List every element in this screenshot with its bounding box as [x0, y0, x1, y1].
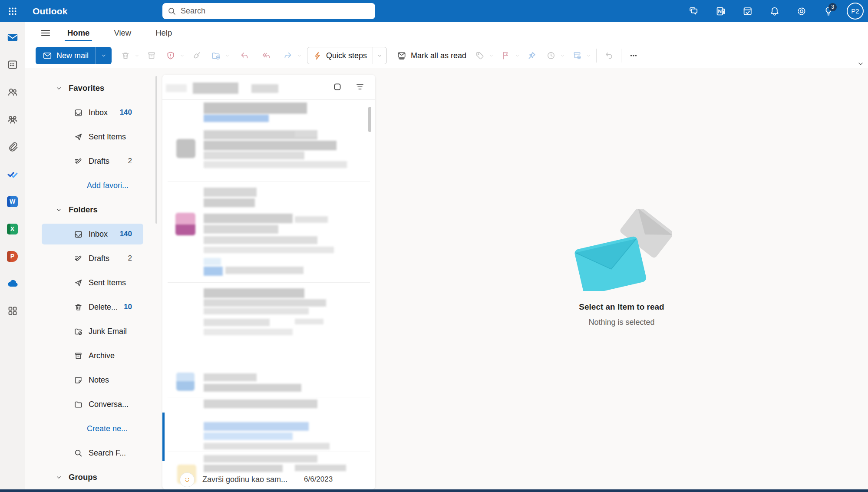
inbox-icon	[74, 108, 83, 117]
folders-search-folders[interactable]: Search F...	[42, 442, 143, 463]
tab-home[interactable]: Home	[66, 24, 90, 42]
rail-onedrive-button[interactable]	[4, 275, 21, 292]
todo-check-icon	[7, 168, 19, 180]
archive-icon	[147, 51, 156, 60]
message-list-pane: Završi godinu kao sam... 6/6/2023	[162, 75, 375, 489]
notifications-button[interactable]	[766, 3, 783, 20]
chevron-down-icon	[56, 207, 62, 213]
onenote-feed-button[interactable]	[712, 3, 729, 20]
folders-inbox[interactable]: Inbox 140	[42, 224, 143, 244]
mail-icon	[7, 31, 19, 43]
folders-sent-items[interactable]: Sent Items	[42, 272, 143, 293]
add-favorite-link[interactable]: Add favori...	[25, 173, 162, 198]
more-options-button[interactable]	[626, 48, 641, 63]
forward-button[interactable]	[280, 48, 296, 63]
favorites-sent-items[interactable]: Sent Items	[42, 126, 143, 147]
folders-drafts[interactable]: Drafts 2	[42, 248, 143, 269]
item-count: 2	[128, 157, 132, 165]
categorize-button[interactable]	[472, 48, 488, 63]
create-new-folder-link[interactable]: Create ne...	[25, 416, 162, 441]
report-button[interactable]	[163, 48, 178, 63]
folders-notes[interactable]: Notes	[42, 370, 143, 390]
rail-mail-button[interactable]	[4, 29, 21, 46]
select-messages-button[interactable]	[331, 80, 344, 93]
folders-junk-email[interactable]: Junk Email	[42, 321, 143, 342]
delete-button[interactable]	[118, 48, 133, 63]
reply-button[interactable]	[237, 48, 252, 63]
quick-steps-dropdown[interactable]	[373, 47, 386, 64]
rail-files-button[interactable]	[4, 139, 21, 155]
snooze-button[interactable]	[543, 48, 559, 63]
rail-calendar-button[interactable]	[4, 56, 21, 73]
move-to-dropdown-icon[interactable]	[224, 48, 231, 63]
more-apps-grid-icon	[7, 305, 18, 317]
favorites-drafts[interactable]: Drafts 2	[42, 151, 143, 172]
settings-button[interactable]	[793, 3, 810, 20]
section-groups[interactable]: Groups	[25, 465, 162, 489]
forward-dropdown-icon[interactable]	[296, 48, 303, 63]
people-icon	[7, 86, 18, 98]
tab-help[interactable]: Help	[155, 24, 173, 42]
reading-pane: Select an item to read Nothing is select…	[375, 68, 868, 489]
todo-day-button[interactable]	[739, 3, 756, 20]
categorize-dropdown-icon[interactable]	[488, 48, 495, 63]
search-icon	[74, 449, 83, 458]
rail-groups-button[interactable]	[4, 111, 21, 128]
quick-steps-button[interactable]: Quick steps	[307, 47, 387, 64]
tab-view[interactable]: View	[113, 24, 132, 42]
chat-button[interactable]	[685, 3, 703, 20]
rules-dropdown-icon[interactable]	[585, 48, 592, 63]
pin-button[interactable]	[524, 48, 540, 63]
account-avatar[interactable]: P2	[847, 3, 864, 20]
undo-button[interactable]	[601, 48, 617, 63]
collapse-ribbon-button[interactable]	[857, 60, 864, 67]
snooze-dropdown-icon[interactable]	[559, 48, 566, 63]
folders-deleted-items[interactable]: Delete... 10	[42, 297, 143, 317]
rail-todo-button[interactable]	[4, 166, 21, 182]
empty-state-envelopes-illustration	[572, 209, 672, 291]
flag-dropdown-icon[interactable]	[514, 48, 521, 63]
folders-conversation-history[interactable]: Conversa...	[42, 394, 143, 415]
ribbon-toolbar: New mail Quick steps Mark all as read	[25, 43, 868, 68]
filter-button[interactable]	[353, 80, 366, 93]
reply-all-button[interactable]	[258, 48, 274, 63]
search-placeholder: Search	[181, 7, 205, 16]
app-launcher-button[interactable]	[0, 0, 25, 22]
new-mail-dropdown[interactable]	[96, 47, 112, 64]
calendar-check-icon	[743, 6, 753, 17]
rules-button[interactable]	[569, 48, 585, 63]
clock-icon	[546, 51, 556, 60]
rail-people-button[interactable]	[4, 84, 21, 100]
new-mail-button[interactable]: New mail	[36, 47, 112, 64]
note-icon	[74, 376, 83, 385]
tips-button[interactable]: 3	[820, 3, 837, 20]
favorites-inbox[interactable]: Inbox 140	[42, 102, 143, 123]
search-input[interactable]: Search	[162, 3, 375, 19]
powerpoint-icon: P	[7, 251, 18, 262]
send-icon	[74, 132, 83, 142]
flag-button[interactable]	[498, 48, 514, 63]
rail-word-button[interactable]: W	[4, 193, 21, 210]
folder-pane-scrollbar[interactable]	[155, 76, 157, 224]
sweep-button[interactable]	[189, 48, 205, 63]
rail-more-apps-button[interactable]	[4, 303, 21, 319]
move-to-button[interactable]	[208, 48, 224, 63]
message-list-item[interactable]: Završi godinu kao sam... 6/6/2023	[162, 470, 375, 489]
section-favorites[interactable]: Favorites	[25, 76, 162, 100]
excel-icon: X	[7, 224, 18, 234]
more-options-icon	[629, 51, 638, 60]
mark-all-as-read-button[interactable]: Mark all as read	[391, 47, 472, 64]
delete-dropdown-icon[interactable]	[133, 48, 140, 63]
quick-steps-label: Quick steps	[326, 51, 367, 60]
archive-button[interactable]	[144, 48, 159, 63]
section-folders[interactable]: Folders	[25, 198, 162, 222]
message-list-scrollbar[interactable]	[368, 107, 371, 132]
send-icon	[74, 278, 83, 287]
rail-powerpoint-button[interactable]: P	[4, 248, 21, 264]
report-dropdown-icon[interactable]	[178, 48, 185, 63]
rail-excel-button[interactable]: X	[4, 221, 21, 237]
gear-icon	[796, 6, 807, 17]
folders-archive[interactable]: Archive	[42, 345, 143, 366]
chevron-down-icon	[56, 85, 62, 92]
toggle-folder-pane-button[interactable]	[36, 24, 55, 42]
